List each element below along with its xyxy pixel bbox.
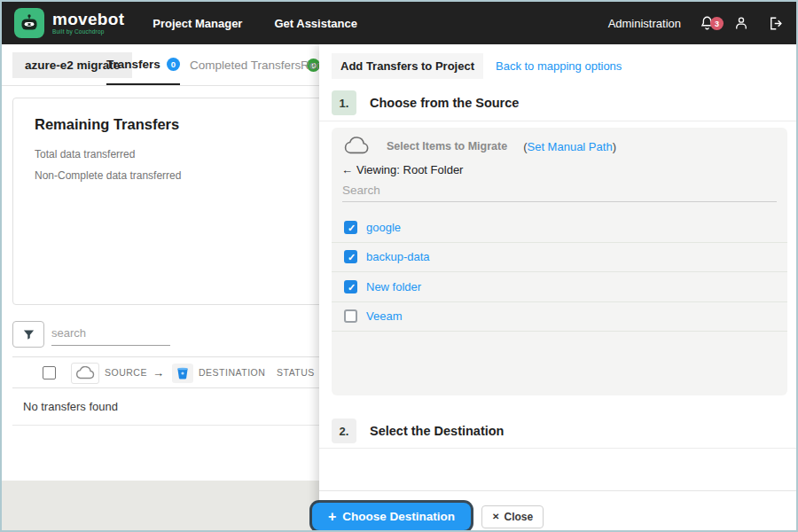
logout-icon [767, 15, 784, 32]
divider [319, 490, 798, 491]
close-icon: ✕ [492, 512, 499, 521]
viewing-label: Viewing: Root Folder [356, 163, 463, 176]
item-label[interactable]: Veeam [366, 309, 402, 323]
item-label[interactable]: backup-data [366, 250, 430, 263]
movebot-logo-icon[interactable] [14, 8, 44, 38]
bucket-icon [176, 366, 190, 380]
viewing-breadcrumb[interactable]: ← Viewing: Root Folder [341, 163, 463, 176]
person-icon [733, 14, 749, 32]
destination-connector-icon [172, 364, 193, 383]
list-item[interactable]: backup-data [332, 243, 787, 273]
notification-count-badge: 3 [710, 17, 724, 30]
close-label: Close [505, 511, 534, 523]
source-items-list: google backup-data New folder Veeam [332, 213, 787, 332]
list-item[interactable]: Veeam [332, 302, 787, 332]
tab-completed-label: Completed Transfers [190, 59, 301, 72]
account-button[interactable] [733, 14, 749, 32]
status-column-header: STATUS [277, 367, 315, 378]
cloud-icon [342, 137, 371, 156]
step2-header: 2. Select the Destination [332, 419, 504, 443]
plus-icon: + [328, 509, 336, 525]
step1-header: 1. Choose from the Source [332, 90, 519, 115]
set-manual-path-link[interactable]: Set Manual Path [528, 140, 613, 153]
filter-button[interactable] [12, 321, 44, 348]
source-picker-header: Select Items to Migrate (Set Manual Path… [342, 137, 616, 156]
choose-destination-label: Choose Destination [342, 510, 455, 523]
panel-footer: + Choose Destination ✕ Close [312, 503, 544, 530]
divider [319, 448, 798, 449]
source-connector-icon [71, 363, 99, 384]
items-search-input[interactable] [342, 179, 777, 202]
paren-close: ) [613, 140, 616, 153]
tab-transfers[interactable]: Transfers 0 [106, 44, 180, 85]
item-checkbox[interactable] [344, 280, 357, 293]
item-checkbox[interactable] [344, 221, 357, 234]
destination-column-header: DESTINATION [199, 367, 265, 378]
cloud-icon [74, 366, 96, 380]
back-to-mapping-link[interactable]: Back to mapping options [496, 59, 622, 73]
logout-button[interactable] [767, 15, 784, 32]
panel-header: Add Transfers to Project Back to mapping… [332, 53, 622, 79]
noncomplete-data-transferred-label: Non-Complete data transferred [35, 169, 181, 182]
back-arrow-icon[interactable]: ← [341, 163, 353, 176]
step1-number-badge: 1. [332, 90, 356, 115]
top-bar: movebot Built by Couchdrop Project Manag… [2, 2, 796, 44]
step2-number-badge: 2. [332, 419, 356, 443]
brand: movebot Built by Couchdrop [52, 11, 124, 35]
brand-name: movebot [52, 11, 124, 27]
total-data-transferred-label: Total data transferred [35, 148, 135, 160]
add-transfers-panel: Add Transfers to Project Back to mapping… [319, 44, 798, 532]
close-button[interactable]: ✕ Close [481, 505, 544, 528]
source-column-header: SOURCE [105, 367, 147, 378]
item-label[interactable]: google [366, 221, 401, 234]
select-items-heading: Select Items to Migrate [387, 140, 507, 153]
administration-link[interactable]: Administration [608, 17, 681, 30]
choose-destination-button[interactable]: + Choose Destination [312, 503, 471, 530]
step1-title: Choose from the Source [370, 96, 519, 110]
nav-project-manager[interactable]: Project Manager [153, 17, 242, 30]
brand-tagline: Built by Couchdrop [52, 29, 124, 35]
source-to-destination-arrow-icon: → [153, 366, 164, 379]
top-nav: Project Manager Get Assistance [153, 17, 357, 30]
step2-title: Select the Destination [370, 424, 504, 438]
remaining-transfers-title: Remaining Transfers [35, 116, 179, 133]
list-item[interactable]: google [332, 213, 787, 243]
select-all-checkbox[interactable] [43, 366, 56, 379]
item-checkbox[interactable] [344, 250, 357, 263]
item-checkbox[interactable] [344, 309, 357, 323]
source-picker-card: Select Items to Migrate (Set Manual Path… [332, 128, 787, 395]
list-item[interactable]: New folder [332, 272, 787, 302]
notifications-button[interactable]: 3 [699, 14, 716, 32]
robot-icon [19, 12, 40, 34]
topbar-right: Administration 3 [608, 14, 784, 32]
transfers-count-badge: 0 [167, 58, 180, 71]
app-window: movebot Built by Couchdrop Project Manag… [0, 0, 798, 532]
item-label[interactable]: New folder [366, 280, 421, 293]
transfers-search-input[interactable] [51, 321, 170, 346]
divider [319, 121, 798, 121]
set-manual-path: (Set Manual Path) [523, 140, 616, 153]
funnel-icon [22, 328, 35, 341]
tab-transfers-label: Transfers [106, 58, 160, 71]
panel-title: Add Transfers to Project [332, 53, 483, 79]
nav-get-assistance[interactable]: Get Assistance [274, 17, 356, 30]
